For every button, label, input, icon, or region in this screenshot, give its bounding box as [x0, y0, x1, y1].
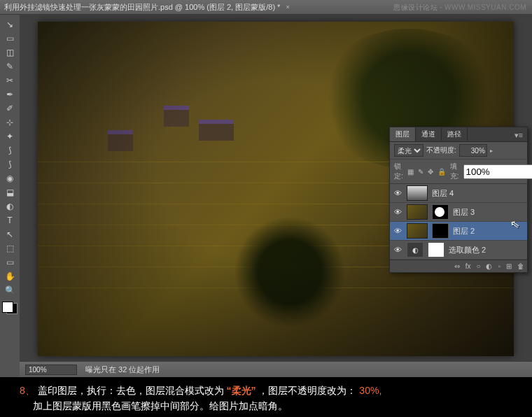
caption-number: 30%, [359, 385, 382, 396]
layers-panel-footer: ⇔ fx ○ ◐ ▫ ⊞ 🗑 [390, 260, 527, 272]
step-number: 8、 [20, 385, 35, 396]
status-hint: 曝光只在 32 位起作用 [85, 365, 160, 375]
layers-panel: 图层 通道 路径 ▾≡ 柔光 不透明度: ▸ 锁定: ▦ ✎ ✥ 🔒 填充: ▸… [389, 127, 528, 273]
fill-input[interactable] [463, 164, 532, 179]
caption-text: 加上图层蒙版用黑色画笔擦掉中间部分。给图片加点暗角。 [33, 400, 288, 411]
move-tool[interactable]: ↘ [1, 17, 18, 31]
marquee-tool[interactable]: ▭ [1, 31, 18, 45]
panel-menu-icon[interactable]: ▾≡ [510, 129, 527, 141]
delete-layer-icon[interactable]: 🗑 [517, 262, 524, 270]
layer-mask-thumbnail[interactable] [432, 204, 449, 220]
lock-all-icon[interactable]: 🔒 [438, 168, 446, 176]
brush-tool[interactable]: ⊹ [1, 115, 18, 129]
color-swatch[interactable] [2, 302, 18, 314]
heal-tool[interactable]: ✐ [1, 101, 18, 115]
zoom-field[interactable]: 100% [25, 365, 77, 375]
layer-name[interactable]: 图层 4 [432, 188, 454, 199]
stamp-tool[interactable]: ✦ [1, 129, 18, 143]
layer-row-selected[interactable]: 👁 图层 2 [390, 222, 527, 241]
opacity-label: 不透明度: [426, 146, 456, 155]
close-tab-icon[interactable]: × [286, 3, 289, 10]
zoom-tool[interactable]: 🔍 [1, 283, 18, 297]
link-layers-icon[interactable]: ⇔ [454, 262, 460, 270]
type-tool[interactable]: T [1, 213, 18, 227]
eraser-tool[interactable]: ⟆ [1, 157, 18, 171]
lock-pixels-icon[interactable]: ✎ [418, 168, 424, 176]
fill-label: 填充: [450, 162, 459, 181]
layer-thumbnail[interactable] [407, 185, 428, 201]
lasso-tool[interactable]: ◫ [1, 45, 18, 59]
document-tab[interactable]: 利用外挂滤镜快速处理一张灰蒙蒙的田园照片.psd @ 100% (图层 2, 图… [4, 2, 290, 13]
layer-thumbnail[interactable] [407, 204, 428, 220]
opacity-input[interactable] [459, 144, 487, 157]
tutorial-caption: 8、 盖印图层，执行：去色，图层混合模式改为 “柔光” ，图层不透明度改为： 3… [0, 377, 532, 417]
layer-row[interactable]: 👁 图层 3 [390, 203, 527, 222]
caption-highlight: “柔光” [227, 385, 256, 396]
layer-mask-thumbnail[interactable] [432, 223, 449, 239]
lock-label: 锁定: [394, 162, 403, 181]
add-mask-icon[interactable]: ○ [476, 262, 480, 270]
status-bar: 100% 曝光只在 32 位起作用 [20, 361, 532, 377]
wand-tool[interactable]: ✎ [1, 59, 18, 73]
tab-layers[interactable]: 图层 [390, 127, 416, 141]
tab-channels[interactable]: 通道 [416, 127, 442, 141]
lock-position-icon[interactable]: ✥ [428, 168, 433, 176]
visibility-icon[interactable]: 👁 [393, 208, 402, 216]
tools-panel: ↘ ▭ ◫ ✎ ✂ ✒ ✐ ⊹ ✦ ⟆ ⟆ ◉ ⬓ ◐ T ↖ ⬚ ▭ ✋ 🔍 [0, 15, 20, 377]
caption-text: ，图层不透明度改为： [258, 385, 356, 396]
fx-icon[interactable]: fx [465, 262, 471, 270]
new-layer-icon[interactable]: ⊞ [506, 262, 512, 270]
layer-name[interactable]: 图层 3 [453, 207, 475, 218]
caption-text: 盖印图层，执行：去色，图层混合模式改为 [38, 385, 224, 396]
tab-paths[interactable]: 路径 [442, 127, 468, 141]
foreground-color[interactable] [2, 302, 13, 313]
blend-mode-select[interactable]: 柔光 [394, 144, 424, 157]
history-brush-tool[interactable]: ⟆ [1, 143, 18, 157]
layer-row[interactable]: 👁 ◐ 选取颜色 2 [390, 241, 527, 260]
lock-transparent-icon[interactable]: ▦ [407, 168, 414, 176]
path-tool[interactable]: ↖ [1, 227, 18, 241]
visibility-icon[interactable]: 👁 [393, 227, 402, 235]
shape-tool[interactable]: ⬚ [1, 241, 18, 255]
hand-tool[interactable]: ✋ [1, 269, 18, 283]
add-adjustment-icon[interactable]: ◐ [486, 262, 492, 270]
visibility-icon[interactable]: 👁 [393, 246, 402, 254]
layer-mask-thumbnail[interactable] [428, 242, 444, 257]
dodge-tool[interactable]: ◐ [1, 199, 18, 213]
layer-name[interactable]: 选取颜色 2 [449, 245, 486, 255]
layer-name[interactable]: 图层 2 [453, 226, 475, 236]
document-title: 利用外挂滤镜快速处理一张灰蒙蒙的田园照片.psd @ 100% (图层 2, 图… [4, 2, 280, 13]
layer-thumbnail[interactable] [407, 223, 428, 239]
visibility-icon[interactable]: 👁 [393, 189, 402, 197]
blur-tool[interactable]: ⬓ [1, 185, 18, 199]
3d-tool[interactable]: ▭ [1, 255, 18, 269]
panel-tabs: 图层 通道 路径 ▾≡ [390, 127, 527, 142]
watermark: 思缘设计论坛 · WWW.MISSYUAN.COM [393, 3, 526, 13]
opacity-flyout-icon[interactable]: ▸ [490, 148, 493, 154]
layer-row[interactable]: 👁 图层 4 [390, 184, 527, 203]
new-group-icon[interactable]: ▫ [498, 262, 500, 270]
crop-tool[interactable]: ✂ [1, 73, 18, 87]
eyedropper-tool[interactable]: ✒ [1, 87, 18, 101]
gradient-tool[interactable]: ◉ [1, 171, 18, 185]
adjustment-icon[interactable]: ◐ [407, 242, 424, 257]
